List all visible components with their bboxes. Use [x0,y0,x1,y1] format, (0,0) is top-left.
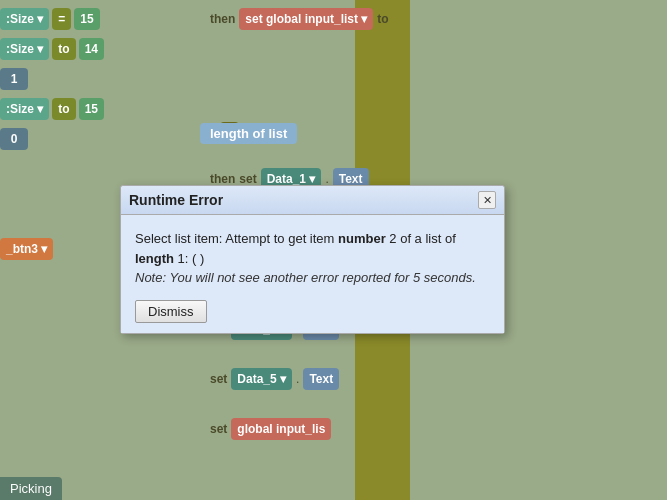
modal-message-line1: Select list item: Attempt to get item nu… [135,231,456,266]
right-row-data5: set Data_5 ▾ . Text [200,368,667,390]
set-global-input-list[interactable]: set global input_list ▾ [239,8,373,30]
right-row-1: then set global input_list ▾ to [200,8,667,30]
num-0[interactable]: 0 [0,128,28,150]
block-row-5: 0 [0,128,28,150]
right-row-global2: set global input_lis [200,418,667,440]
modal-titlebar: Runtime Error ✕ [121,186,504,215]
block-row-3: 1 [0,68,28,90]
dismiss-button[interactable]: Dismiss [135,300,207,323]
equals-block: = [52,8,71,30]
block-row-btn3: _btn3 ▾ [0,238,53,260]
to-label-1: to [377,12,388,26]
set-label-1: set [239,172,256,186]
text5-block[interactable]: Text [303,368,339,390]
size-block-3[interactable]: :Size ▾ [0,98,49,120]
modal-title: Runtime Error [129,192,223,208]
runtime-error-modal: Runtime Error ✕ Select list item: Attemp… [120,185,505,334]
data5-block[interactable]: Data_5 ▾ [231,368,292,390]
value-15-1[interactable]: 15 [74,8,99,30]
picking-label: Picking [0,477,62,500]
then-label-1: then [210,12,235,26]
modal-message: Select list item: Attempt to get item nu… [135,229,490,288]
right-row-if: ⚙ if length of list [200,122,667,144]
modal-body: Select list item: Attempt to get item nu… [121,215,504,333]
to-block-2: to [52,98,75,120]
value-15-2[interactable]: 15 [79,98,104,120]
block-row-2: :Size ▾ to 14 [0,38,104,60]
then-label-2: then [210,172,235,186]
set-label-5-prefix: set [210,372,227,386]
size-block-2[interactable]: :Size ▾ [0,38,49,60]
block-row-1: :Size ▾ = 15 [0,8,100,30]
btn3-block[interactable]: _btn3 ▾ [0,238,53,260]
modal-message-line2: Note: You will not see another error rep… [135,270,476,285]
dot-1: . [325,172,328,186]
set-global-label: set [210,422,227,436]
to-block-1: to [52,38,75,60]
global-input-lis-block[interactable]: global input_lis [231,418,331,440]
value-14[interactable]: 14 [79,38,104,60]
num-1[interactable]: 1 [0,68,28,90]
length-of-list-block[interactable]: length of list [200,123,297,144]
dot-5: . [296,372,299,386]
modal-close-button[interactable]: ✕ [478,191,496,209]
size-block-1[interactable]: :Size ▾ [0,8,49,30]
block-row-4: :Size ▾ to 15 [0,98,104,120]
